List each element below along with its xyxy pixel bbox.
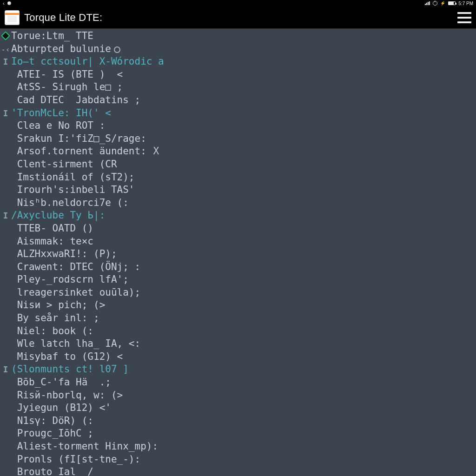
code-row: AtSS- Sirugh le□ ;	[1, 81, 475, 94]
code-row: Cad DTEC Jabdatins ;	[1, 94, 475, 107]
gutter: -‹	[1, 46, 10, 53]
charging-icon: ⚡	[440, 1, 445, 6]
code-row: Nisʰb.neldorci7e (:	[1, 197, 475, 210]
sync-icon	[433, 1, 437, 6]
code-line: Risй-nborlq, w: (>	[10, 389, 123, 402]
code-line: Cad DTEC Jabdatins ;	[10, 94, 140, 107]
code-row: Risй-nborlq, w: (>	[1, 389, 475, 402]
app-icon[interactable]	[5, 10, 20, 25]
code-line: ALZHxxwaRI!: (P);	[10, 248, 117, 261]
code-line: Abturpted bulunie	[10, 43, 120, 56]
code-line: Pronls (fI[st-tne_-):	[10, 453, 140, 466]
code-line: Irourh's:inbeli TAS'	[10, 184, 135, 197]
section-header: Io–t cctsoulr| X-Wórodic a	[10, 55, 164, 68]
code-row: lreagersinket ouūla);	[1, 286, 475, 299]
code-row: ALZHxxwaRI!: (P);	[1, 248, 475, 261]
code-row: Clea e No ROT :	[1, 119, 475, 132]
code-line: Clent-sirment (CR	[10, 158, 117, 171]
code-row: By seår inl: ;	[1, 312, 475, 325]
code-line: Misybaf to (G12) <	[10, 350, 123, 364]
code-row: Pley-_rodscrn lfA';	[1, 273, 475, 286]
cursor-icon: I	[3, 209, 8, 222]
code-row: I'TronMcLe: IH(' <	[1, 107, 475, 120]
status-clock: 5:7 PM	[458, 1, 473, 6]
status-dot-icon	[7, 1, 11, 5]
cursor-icon: I	[3, 55, 8, 68]
code-row: Misybaf to (G12) <	[1, 350, 475, 364]
code-line: TTEB- OATD ()	[10, 222, 93, 235]
status-left: ‹	[3, 0, 11, 6]
code-line: Aliest-torment Hinx_mp):	[10, 440, 158, 453]
code-row: Irourh's:inbeli TAS'	[1, 184, 475, 197]
gutter: I	[1, 107, 10, 120]
code-row: Arsof.tornent äundent: X	[1, 145, 475, 158]
title-left: Torque Lite DTE:	[5, 10, 102, 25]
code-line: Pley-_rodscrn lfA';	[10, 273, 129, 286]
code-row: Wle latch lha_ IA, <:	[1, 337, 475, 350]
app-title: Torque Lite DTE:	[24, 12, 102, 24]
spinner-icon	[114, 46, 120, 53]
code-row: Aliest-torment Hinx_mp):	[1, 440, 475, 453]
system-status-bar: ‹ ⚡ 5:7 PM	[0, 0, 476, 7]
gutter: I	[1, 55, 10, 68]
code-content: Torue:Ltm_ TTE-‹Abturpted bulunieIIo–t c…	[0, 29, 476, 476]
code-row: I/Axyclube Ty Ь|:	[1, 209, 475, 222]
cursor-icon: I	[3, 107, 8, 120]
code-row: ATEI- IS (BTE ) <	[1, 68, 475, 81]
code-row: N1sγ: DöR) (:	[1, 415, 475, 428]
gutter	[1, 33, 10, 39]
status-right: ⚡ 5:7 PM	[425, 1, 473, 6]
code-line: Prougc_IōhC ;	[10, 427, 93, 440]
code-row: IIo–t cctsoulr| X-Wórodic a	[1, 55, 475, 68]
app-title-bar: Torque Lite DTE:	[0, 7, 476, 29]
code-row: Srakun I:'fiZ□_S/rage:	[1, 132, 475, 145]
code-line: AtSS- Sirugh le□ ;	[10, 81, 123, 94]
code-line: Bōb_C-'fa Hä .;	[10, 376, 111, 389]
code-line: By seår inl: ;	[10, 312, 99, 325]
gutter: I	[1, 209, 10, 222]
section-header: /Axyclube Ty Ь|:	[10, 209, 105, 222]
code-row: Jyiegun (B12) <'	[1, 402, 475, 415]
code-row: Imstionáil of (sT2);	[1, 171, 475, 184]
code-line: Clea e No ROT :	[10, 119, 105, 132]
code-line: Wle latch lha_ IA, <:	[10, 337, 140, 350]
code-line: Nisи > pich; (>	[10, 299, 105, 312]
code-line: Imstionáil of (sT2);	[10, 171, 135, 184]
code-row: Pronls (fI[st-tne_-):	[1, 453, 475, 466]
code-line: Brouto Iаl /	[10, 466, 93, 476]
battery-icon	[448, 1, 456, 5]
code-row: Brouto Iаl /	[1, 466, 475, 476]
code-line: ATEI- IS (BTE ) <	[10, 68, 123, 81]
dash-icon: -‹	[1, 46, 10, 53]
code-row: -‹Abturpted bulunie	[1, 43, 475, 56]
section-header: (Slonmunts ct! l07 ]	[10, 363, 129, 376]
code-row: Crawent: DTEC (ÖNj; :	[1, 261, 475, 274]
code-row: Torue:Ltm_ TTE	[1, 30, 475, 43]
gutter: I	[1, 363, 10, 376]
code-row: I(Slonmunts ct! l07 ]	[1, 363, 475, 376]
code-line: N1sγ: DöR) (:	[10, 415, 93, 428]
code-row: Prougc_IōhC ;	[1, 427, 475, 440]
diamond-icon	[1, 31, 10, 40]
code-line: Srakun I:'fiZ□_S/rage:	[10, 132, 146, 145]
code-row: Clent-sirment (CR	[1, 158, 475, 171]
back-caret-icon: ‹	[3, 0, 5, 6]
code-line: Arsof.tornent äundent: X	[10, 145, 159, 158]
menu-icon[interactable]	[457, 12, 471, 23]
code-line: lreagersinket ouūla);	[10, 286, 140, 299]
section-header: 'TronMcLe: IH(' <	[10, 107, 111, 120]
code-line: Aismmak: te×c	[10, 235, 93, 248]
code-row: TTEB- OATD ()	[1, 222, 475, 235]
code-line: Torue:Ltm_ TTE	[10, 30, 93, 43]
code-row: Aismmak: te×c	[1, 235, 475, 248]
code-row: Niel: book (:	[1, 325, 475, 338]
x-mark: X	[147, 145, 159, 157]
code-row: Bōb_C-'fa Hä .;	[1, 376, 475, 389]
signal-icon	[425, 1, 430, 5]
code-line: Crawent: DTEC (ÖNj; :	[10, 261, 140, 274]
code-line: Jyiegun (B12) <'	[10, 402, 111, 415]
code-line: Niel: book (:	[10, 325, 93, 338]
code-line: Nisʰb.neldorci7e (:	[10, 197, 129, 210]
cursor-icon: I	[3, 363, 8, 376]
code-row: Nisи > pich; (>	[1, 299, 475, 312]
